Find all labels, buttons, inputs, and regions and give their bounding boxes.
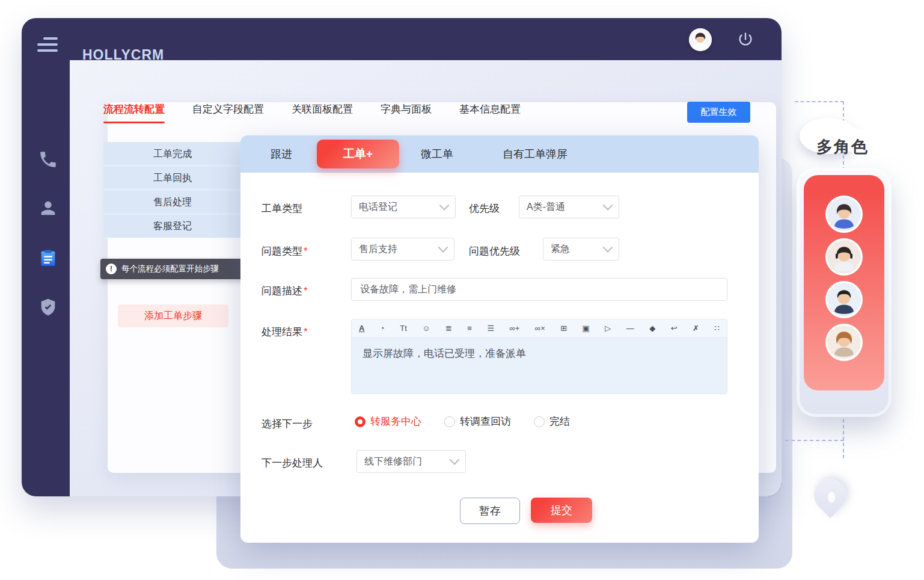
tab-workorder-plus[interactable]: 工单+ [317, 140, 399, 168]
issue-desc-label: 问题描述* [262, 284, 308, 298]
screenshot-stage: HOLLYCRM [0, 0, 924, 580]
add-workorder-step-button[interactable]: 添加工单步骤 [118, 304, 228, 327]
issue-priority-value: 紧急 [551, 243, 570, 256]
image-icon[interactable]: ▣ [583, 319, 590, 338]
exclamation-icon: ! [106, 264, 117, 274]
radio-selected-icon [355, 416, 366, 427]
chevron-down-icon [603, 242, 613, 253]
next-handler-value: 线下维修部门 [364, 455, 422, 468]
radio-finish[interactable]: 完结 [534, 415, 570, 428]
chevron-down-icon [438, 242, 448, 253]
tab-dictionary-panel[interactable]: 字典与面板 [381, 102, 432, 123]
config-tab-bar: 流程流转配置 自定义字段配置 关联面板配置 字典与面板 基本信息配置 [103, 102, 521, 123]
order-type-value: 电话登记 [359, 201, 397, 214]
submit-button[interactable]: 提交 [531, 498, 592, 523]
workflow-step-item[interactable]: 客服登记 [103, 214, 242, 238]
workflow-step-item[interactable]: 工单回执 [103, 166, 242, 190]
table-icon[interactable]: ⊞ [560, 319, 567, 338]
add-link-icon[interactable]: ∞+ [510, 319, 520, 338]
align-left-icon[interactable]: ≡ [467, 319, 472, 338]
contacts-icon[interactable] [38, 198, 58, 218]
avatar-agent-4[interactable] [825, 324, 863, 361]
next-step-label: 选择下一步 [262, 417, 313, 431]
tab-custom-field-config[interactable]: 自定义字段配置 [192, 102, 264, 123]
chevron-down-icon [439, 200, 450, 211]
security-shield-icon[interactable] [38, 297, 58, 318]
tab-follow-up[interactable]: 跟进 [271, 135, 292, 173]
workflow-step-item[interactable]: 售后处理 [103, 190, 242, 214]
issue-desc-input[interactable] [351, 278, 727, 301]
chevron-down-icon [603, 200, 613, 211]
editor-toolbar: A ◔ Tt ☺ ≣ ≡ ☰ ∞+ ∞× ⊞ ▣ ▷ — ◆ ↩ ✗ ∷ [352, 319, 727, 338]
list-icon[interactable]: ☰ [487, 319, 494, 338]
emoji-icon[interactable]: ☺ [422, 319, 430, 338]
remove-link-icon[interactable]: ∞× [535, 319, 545, 338]
hamburger-menu-icon[interactable] [37, 37, 58, 53]
workflow-step-item[interactable]: 工单完成 [103, 142, 242, 166]
priority-label: 优先级 [469, 202, 500, 215]
palette-icon[interactable]: ◔ [380, 319, 385, 338]
radio-unselected-icon [534, 416, 545, 427]
fullscreen-icon[interactable]: ∷ [714, 319, 719, 338]
next-handler-label: 下一步处理人 [262, 456, 323, 470]
issue-priority-select[interactable]: 紧急 [543, 238, 619, 261]
avatar-agent-2[interactable] [825, 238, 863, 276]
tab-micro-workorder[interactable]: 微工单 [421, 135, 453, 173]
save-draft-button[interactable]: 暂存 [460, 498, 520, 524]
order-type-select[interactable]: 电话登记 [351, 196, 456, 218]
text-size-icon[interactable]: Tt [400, 319, 407, 338]
power-logout-icon[interactable] [737, 31, 754, 48]
tab-related-panel-config[interactable]: 关联面板配置 [292, 102, 353, 123]
workflow-step-list: 工单完成 工单回执 售后处理 客服登记 [103, 142, 242, 238]
video-icon[interactable]: ▷ [605, 319, 611, 338]
teardrop-decoration [807, 472, 853, 518]
eraser-icon[interactable]: ◆ [649, 319, 655, 338]
order-type-label: 工单类型 [262, 202, 302, 215]
app-brand: HOLLYCRM [82, 47, 164, 63]
result-rich-text-editor: A ◔ Tt ☺ ≣ ≡ ☰ ∞+ ∞× ⊞ ▣ ▷ — ◆ ↩ ✗ ∷ 显示屏… [351, 319, 727, 394]
font-underline-icon[interactable]: A [359, 319, 364, 338]
role-avatar-strip [804, 175, 884, 390]
phone-icon[interactable] [38, 149, 58, 170]
tab-process-flow-config[interactable]: 流程流转配置 [103, 102, 165, 123]
chevron-down-icon [450, 455, 460, 465]
result-label: 处理结果* [262, 325, 308, 339]
divider-icon[interactable]: — [626, 319, 634, 338]
modal-tab-bar: 跟进 工单+ 微工单 自有工单弹屏 [240, 135, 759, 173]
trash-icon[interactable]: ✗ [693, 319, 699, 338]
avatar-agent-1[interactable] [825, 196, 863, 233]
radio-unselected-icon [444, 416, 455, 427]
dashed-line-horizontal-top [795, 101, 844, 102]
indent-icon[interactable]: ≣ [445, 319, 452, 338]
result-editor-content[interactable]: 显示屏故障，电话已受理，准备派单 [352, 338, 727, 394]
tab-own-workorder-popup[interactable]: 自有工单弹屏 [503, 135, 568, 173]
radio-transfer-survey-callback[interactable]: 转调查回访 [444, 415, 511, 428]
issue-type-value: 售后支持 [359, 243, 397, 256]
undo-icon[interactable]: ↩ [671, 319, 678, 338]
issue-priority-label: 问题优先级 [469, 244, 520, 258]
priority-value: A类-普通 [527, 201, 565, 214]
workorder-modal: 跟进 工单+ 微工单 自有工单弹屏 工单类型 电话登记 优先级 A类-普通 问题… [240, 135, 759, 543]
next-step-radio-group: 转服务中心 转调查回访 完结 [355, 415, 570, 428]
apply-config-button[interactable]: 配置生效 [687, 102, 750, 123]
user-avatar[interactable] [689, 28, 712, 51]
dashed-line-horizontal-bottom [785, 440, 844, 441]
avatar-agent-3[interactable] [825, 281, 863, 318]
tab-basic-info-config[interactable]: 基本信息配置 [459, 102, 521, 123]
issue-type-select[interactable]: 售后支持 [351, 238, 454, 261]
next-handler-select[interactable]: 线下维修部门 [356, 450, 466, 473]
priority-select[interactable]: A类-普通 [519, 196, 619, 218]
radio-transfer-service-center[interactable]: 转服务中心 [355, 415, 421, 428]
multi-role-caption: 多角色 [816, 136, 869, 158]
notice-tooltip: ! 每个流程必须配置开始步骤 [100, 259, 245, 279]
notice-text: 每个流程必须配置开始步骤 [121, 264, 219, 274]
multi-role-panel [797, 168, 892, 417]
issue-type-label: 问题类型* [262, 244, 308, 258]
workorder-clipboard-icon[interactable] [38, 248, 58, 268]
